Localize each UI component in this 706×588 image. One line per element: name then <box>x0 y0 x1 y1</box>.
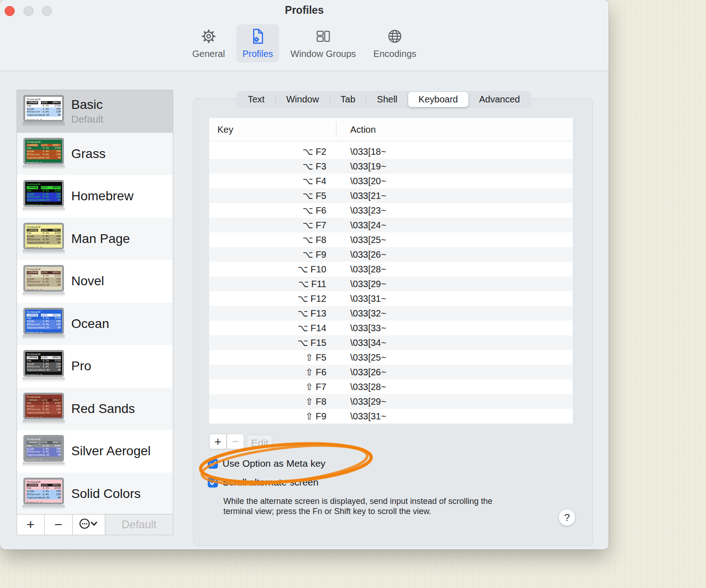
thumb-row: ATSServer0.0%13M <box>27 195 61 198</box>
edit-keybinding-button[interactable]: Edit <box>247 435 273 452</box>
keybinding-row[interactable]: ⌥ F5\033[21~ <box>209 188 573 203</box>
thumb-cell: 1.4% <box>43 150 49 153</box>
keybinding-row[interactable]: ⇧ F6\033[26~ <box>209 365 573 379</box>
thumb-cell: %CPU <box>41 101 48 104</box>
keybinding-row[interactable]: ⇧ F9\033[31~ <box>209 409 573 424</box>
thumb-cell: %CPU <box>41 144 48 147</box>
default-button[interactable]: Default <box>105 514 173 535</box>
thumb-rows: top4.1%231KXcode1.4%78MATSServer0.0%13Ml… <box>27 274 61 287</box>
more-options-button[interactable] <box>73 514 105 535</box>
toolbar-item-window-groups[interactable]: Window Groups <box>285 24 362 62</box>
help-button[interactable]: ? <box>558 509 575 526</box>
keybinding-row[interactable]: ⌥ F10\033[28~ <box>209 262 573 277</box>
profile-list-item-silver-aerogel[interactable]: Terminal# COMMAND%CPURPRVT top4.1%231KXc… <box>17 430 173 473</box>
thumb-terminal-title: Terminal# <box>27 141 61 144</box>
tab-tab[interactable]: Tab <box>330 92 366 107</box>
thumb-row: top4.1%231K <box>27 189 61 192</box>
profile-list-item-pro[interactable]: Terminal# COMMAND%CPURPRVT top4.1%231KXc… <box>17 345 173 388</box>
thumb-cell: 231K <box>49 274 61 277</box>
tab-text[interactable]: Text <box>237 92 275 107</box>
profile-list-item-basic[interactable]: Terminal# COMMAND%CPURPRVT top4.1%231KXc… <box>17 90 173 133</box>
thumb-cell: 13M <box>49 323 61 326</box>
checkbox-checked-icon[interactable] <box>208 458 218 469</box>
thumb-cell: 78M <box>49 362 61 366</box>
remove-keybinding-button[interactable]: − <box>227 434 244 449</box>
profile-meta: Solid Colors <box>71 486 141 501</box>
tab-shell[interactable]: Shell <box>366 92 408 107</box>
thumb-row: loginwindow0.0%4M <box>27 453 61 457</box>
keybinding-action: \033[34~ <box>336 338 386 348</box>
thumb-cell: 4M <box>50 241 61 244</box>
profile-meta: Silver Aerogel <box>71 444 151 458</box>
thumb-cell: COMMAND <box>27 399 38 402</box>
thumb-cell: 1.4% <box>43 362 49 366</box>
window-title: Profiles <box>0 4 609 17</box>
thumb-header-row: COMMAND%CPURPRVT <box>27 101 61 104</box>
keybinding-action: \033[31~ <box>336 294 386 304</box>
thumb-prompt: Terminal # <box>27 331 61 334</box>
keybinding-row[interactable]: ⌥ F2\033[18~ <box>209 144 573 159</box>
thumb-cell: 4.1% <box>43 189 49 192</box>
thumb-cell: %CPU <box>41 186 48 189</box>
thumb-cell: 13M <box>49 110 61 113</box>
toolbar-item-profiles[interactable]: Profiles <box>236 24 279 62</box>
profile-list-item-novel[interactable]: Terminal# COMMAND%CPURPRVT top4.1%231KXc… <box>17 260 173 303</box>
thumb-cell: 1.4% <box>43 447 49 451</box>
keybinding-row[interactable]: ⌥ F6\033[23~ <box>209 203 573 218</box>
keybindings-table[interactable]: Key Action ⌥ F2\033[18~⌥ F3\033[19~⌥ F4\… <box>209 118 573 424</box>
profile-list-item-solid-colors[interactable]: Terminal# COMMAND%CPURPRVT top4.1%231KXc… <box>17 473 173 514</box>
thumb-cell: RPRVT <box>48 399 61 402</box>
profile-list-item-man-page[interactable]: Terminal# COMMAND%CPURPRVT top4.1%231KXc… <box>17 218 173 260</box>
keybinding-row[interactable]: ⇧ F5\033[25~ <box>209 350 573 365</box>
thumbnail-reflection <box>23 122 65 127</box>
add-keybinding-button[interactable]: + <box>209 434 227 449</box>
keybinding-row[interactable]: ⌥ F8\033[25~ <box>209 232 573 247</box>
thumb-cell: RPRVT <box>48 484 61 487</box>
keybinding-row[interactable]: ⌥ F12\033[31~ <box>209 291 573 306</box>
profile-name: Basic <box>71 97 103 112</box>
thumb-cell: Xcode <box>27 235 34 238</box>
thumb-cell: 78M <box>49 150 61 153</box>
thumb-cell: 13M <box>49 195 61 198</box>
keybinding-row[interactable]: ⇧ F8\033[29~ <box>209 394 573 409</box>
option-scroll-alternate-screen[interactable]: Scroll alternate screen <box>208 476 319 488</box>
thumb-cell: 0.0% <box>43 283 49 287</box>
profile-thumbnail-wrap: Terminal# COMMAND%CPURPRVT top4.1%231KXc… <box>23 266 65 297</box>
tab-window[interactable]: Window <box>276 92 330 107</box>
profile-meta: Pro <box>71 359 91 373</box>
more-options-icon <box>79 518 99 531</box>
thumb-cell: %CPU <box>41 229 48 232</box>
profile-list-item-homebrew[interactable]: Terminal# COMMAND%CPURPRVT top4.1%231KXc… <box>17 175 173 218</box>
option-use-option-as-meta-key[interactable]: Use Option as Meta key <box>208 458 325 469</box>
tab-advanced[interactable]: Advanced <box>468 92 530 107</box>
profile-list-item-ocean[interactable]: Terminal# COMMAND%CPURPRVT top4.1%231KXc… <box>17 303 173 345</box>
checkbox-checked-icon[interactable] <box>208 477 218 487</box>
profile-list-item-grass[interactable]: Terminal# COMMAND%CPURPRVT top4.1%231KXc… <box>17 133 173 175</box>
thumb-cell: 231K <box>49 232 61 235</box>
thumbnail-reflection <box>23 462 65 467</box>
toolbar-item-encodings[interactable]: Encodings <box>367 24 422 62</box>
add-profile-button[interactable]: + <box>17 514 45 535</box>
thumb-cell: Xcode <box>27 277 34 281</box>
thumb-cell: 4.1% <box>43 401 49 405</box>
tab-keyboard[interactable]: Keyboard <box>408 92 469 107</box>
thumb-cell: COMMAND <box>27 271 38 274</box>
keybinding-row[interactable]: ⌥ F11\033[29~ <box>209 277 573 291</box>
toolbar-item-general[interactable]: General <box>186 24 231 62</box>
thumb-row: loginwindow0.0%4M <box>27 113 61 117</box>
thumb-header-row: COMMAND%CPURPRVT <box>27 271 61 274</box>
keybinding-row[interactable]: ⌥ F3\033[19~ <box>209 159 573 174</box>
thumb-row: Xcode1.4%78M <box>27 405 61 408</box>
keybinding-row[interactable]: ⌥ F9\033[26~ <box>209 247 573 262</box>
thumb-cell: top <box>27 189 31 192</box>
remove-profile-button[interactable]: − <box>45 514 73 535</box>
keybinding-row[interactable]: ⌥ F13\033[32~ <box>209 306 573 321</box>
keybinding-row[interactable]: ⇧ F7\033[28~ <box>209 379 573 394</box>
keybinding-row[interactable]: ⌥ F15\033[34~ <box>209 335 573 350</box>
keybinding-row[interactable]: ⌥ F4\033[20~ <box>209 174 573 188</box>
thumb-terminal-title: Terminal# <box>27 396 61 399</box>
table-body[interactable]: ⌥ F2\033[18~⌥ F3\033[19~⌥ F4\033[20~⌥ F5… <box>209 141 573 424</box>
profile-list-item-red-sands[interactable]: Terminal# COMMAND%CPURPRVT top4.1%231KXc… <box>17 388 173 430</box>
keybinding-row[interactable]: ⌥ F14\033[33~ <box>209 321 573 335</box>
keybinding-row[interactable]: ⌥ F7\033[24~ <box>209 218 573 232</box>
